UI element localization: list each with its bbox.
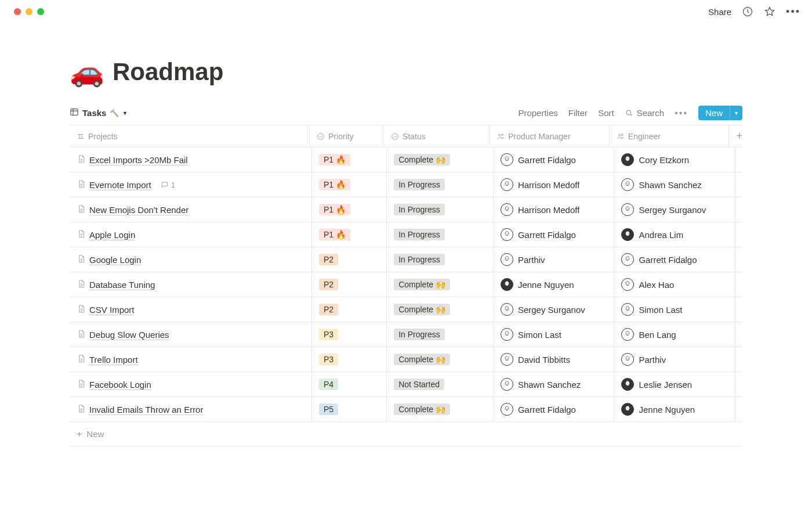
cell-status[interactable]: Complete 🙌 bbox=[386, 297, 493, 322]
cell-product-manager[interactable]: Garrett Fidalgo bbox=[493, 397, 614, 421]
cell-status[interactable]: In Progress bbox=[386, 197, 493, 222]
search-button[interactable]: Search bbox=[625, 108, 665, 118]
new-button-dropdown[interactable]: ▾ bbox=[730, 106, 742, 120]
page-title-text[interactable]: Roadmap bbox=[113, 58, 223, 86]
cell-project: Database Tuning bbox=[70, 279, 311, 290]
project-title-link[interactable]: Database Tuning bbox=[89, 280, 155, 290]
column-header-priority[interactable]: Priority bbox=[309, 125, 383, 147]
project-title-link[interactable]: Google Login bbox=[89, 255, 141, 265]
table-row[interactable]: New Emojis Don't RenderP1 🔥In ProgressHa… bbox=[70, 197, 742, 222]
cell-priority[interactable]: P1 🔥 bbox=[311, 172, 386, 197]
cell-product-manager[interactable]: Harrison Medoff bbox=[493, 172, 614, 197]
toolbar-more-icon[interactable]: ••• bbox=[675, 108, 688, 118]
project-title-link[interactable]: Apple Login bbox=[89, 230, 135, 240]
cell-engineer[interactable]: Shawn Sanchez bbox=[614, 172, 735, 197]
sort-button[interactable]: Sort bbox=[598, 108, 614, 118]
table-row[interactable]: CSV ImportP2Complete 🙌Sergey SurganovSim… bbox=[70, 297, 742, 322]
cell-status[interactable]: Not Started bbox=[386, 372, 493, 397]
favorite-star-icon[interactable] bbox=[764, 6, 775, 17]
maximize-window-button[interactable] bbox=[37, 8, 44, 15]
add-column-button[interactable]: + bbox=[728, 125, 742, 147]
cell-status[interactable]: In Progress bbox=[386, 172, 493, 197]
table-row[interactable]: Apple LoginP1 🔥In ProgressGarrett Fidalg… bbox=[70, 222, 742, 247]
column-header-pm[interactable]: Product Manager bbox=[489, 125, 609, 147]
cell-priority[interactable]: P3 bbox=[311, 322, 386, 347]
cell-product-manager[interactable]: David Tibbitts bbox=[493, 347, 614, 372]
avatar bbox=[621, 153, 634, 166]
cell-priority[interactable]: P3 bbox=[311, 347, 386, 372]
column-header-projects-label: Projects bbox=[88, 132, 118, 141]
cell-product-manager[interactable]: Sergey Surganov bbox=[493, 297, 614, 322]
cell-engineer[interactable]: Ben Lang bbox=[614, 322, 735, 347]
share-button[interactable]: Share bbox=[708, 7, 731, 17]
more-menu-icon[interactable]: ••• bbox=[786, 6, 800, 18]
cell-priority[interactable]: P1 🔥 bbox=[311, 222, 386, 247]
cell-status[interactable]: Complete 🙌 bbox=[386, 272, 493, 297]
table-row[interactable]: Database TuningP2Complete 🙌Jenne NguyenA… bbox=[70, 272, 742, 297]
project-title-link[interactable]: CSV Import bbox=[89, 305, 135, 315]
avatar bbox=[501, 403, 513, 416]
project-title-link[interactable]: Debug Slow Queries bbox=[89, 330, 169, 340]
cell-product-manager[interactable]: Harrison Medoff bbox=[493, 197, 614, 222]
project-title-link[interactable]: Trello Import bbox=[89, 355, 138, 365]
column-header-status[interactable]: Status bbox=[383, 125, 489, 147]
cell-engineer[interactable]: Simon Last bbox=[614, 297, 735, 322]
cell-priority[interactable]: P4 bbox=[311, 372, 386, 397]
cell-priority[interactable]: P2 bbox=[311, 297, 386, 322]
minimize-window-button[interactable] bbox=[26, 8, 32, 15]
cell-engineer[interactable]: Cory Etzkorn bbox=[614, 147, 735, 172]
view-tab-tasks[interactable]: Tasks 🔨 ▾ bbox=[70, 107, 126, 118]
updates-icon[interactable] bbox=[742, 6, 753, 17]
cell-status[interactable]: Complete 🙌 bbox=[386, 397, 493, 421]
avatar bbox=[501, 178, 513, 191]
cell-status[interactable]: Complete 🙌 bbox=[386, 347, 493, 372]
cell-product-manager[interactable]: Simon Last bbox=[493, 322, 614, 347]
cell-priority[interactable]: P2 bbox=[311, 247, 386, 272]
column-header-projects[interactable]: Projects bbox=[70, 132, 309, 141]
table-row[interactable]: Debug Slow QueriesP3In ProgressSimon Las… bbox=[70, 322, 742, 347]
cell-priority[interactable]: P2 bbox=[311, 272, 386, 297]
project-title-link[interactable]: Evernote Import bbox=[89, 180, 151, 190]
cell-engineer[interactable]: Parthiv bbox=[614, 347, 735, 372]
page-emoji[interactable]: 🚗 bbox=[70, 58, 104, 86]
cell-product-manager[interactable]: Jenne Nguyen bbox=[493, 272, 614, 297]
cell-product-manager[interactable]: Garrett Fidalgo bbox=[493, 222, 614, 247]
cell-priority[interactable]: P1 🔥 bbox=[311, 197, 386, 222]
comment-indicator[interactable]: 1 bbox=[161, 181, 175, 189]
project-title-link[interactable]: Invalid Emails Throw an Error bbox=[89, 405, 203, 415]
cell-status[interactable]: Complete 🙌 bbox=[386, 147, 493, 172]
cell-engineer[interactable]: Leslie Jensen bbox=[614, 372, 735, 397]
priority-tag: P3 bbox=[319, 329, 338, 340]
cell-priority[interactable]: P5 bbox=[311, 397, 386, 421]
cell-engineer[interactable]: Garrett Fidalgo bbox=[614, 247, 735, 272]
table-row[interactable]: Google LoginP2In ProgressParthivGarrett … bbox=[70, 247, 742, 272]
cell-empty bbox=[735, 247, 742, 272]
add-row-button[interactable]: + New bbox=[70, 422, 742, 446]
filter-button[interactable]: Filter bbox=[568, 108, 588, 118]
cell-status[interactable]: In Progress bbox=[386, 222, 493, 247]
status-tag: In Progress bbox=[394, 329, 445, 340]
table-row[interactable]: Facebook LoginP4Not StartedShawn Sanchez… bbox=[70, 372, 742, 397]
properties-button[interactable]: Properties bbox=[518, 108, 557, 118]
cell-engineer[interactable]: Alex Hao bbox=[614, 272, 735, 297]
new-button[interactable]: New ▾ bbox=[698, 106, 742, 120]
close-window-button[interactable] bbox=[14, 8, 21, 15]
cell-engineer[interactable]: Jenne Nguyen bbox=[614, 397, 735, 421]
table-row[interactable]: Trello ImportP3Complete 🙌David TibbittsP… bbox=[70, 347, 742, 372]
project-title-link[interactable]: New Emojis Don't Render bbox=[89, 205, 188, 215]
toolbar-right: Properties Filter Sort Search ••• New ▾ bbox=[518, 106, 742, 120]
table-row[interactable]: Excel Imports >20Mb FailP1 🔥Complete 🙌Ga… bbox=[70, 147, 742, 172]
project-title-link[interactable]: Excel Imports >20Mb Fail bbox=[89, 155, 188, 165]
cell-product-manager[interactable]: Parthiv bbox=[493, 247, 614, 272]
cell-status[interactable]: In Progress bbox=[386, 247, 493, 272]
project-title-link[interactable]: Facebook Login bbox=[89, 380, 151, 390]
cell-product-manager[interactable]: Shawn Sanchez bbox=[493, 372, 614, 397]
table-row[interactable]: Evernote Import1P1 🔥In ProgressHarrison … bbox=[70, 172, 742, 197]
cell-priority[interactable]: P1 🔥 bbox=[311, 147, 386, 172]
cell-product-manager[interactable]: Garrett Fidalgo bbox=[493, 147, 614, 172]
table-row[interactable]: Invalid Emails Throw an ErrorP5Complete … bbox=[70, 397, 742, 422]
cell-status[interactable]: In Progress bbox=[386, 322, 493, 347]
cell-engineer[interactable]: Andrea Lim bbox=[614, 222, 735, 247]
cell-engineer[interactable]: Sergey Surganov bbox=[614, 197, 735, 222]
column-header-engineer[interactable]: Engineer bbox=[609, 125, 729, 147]
